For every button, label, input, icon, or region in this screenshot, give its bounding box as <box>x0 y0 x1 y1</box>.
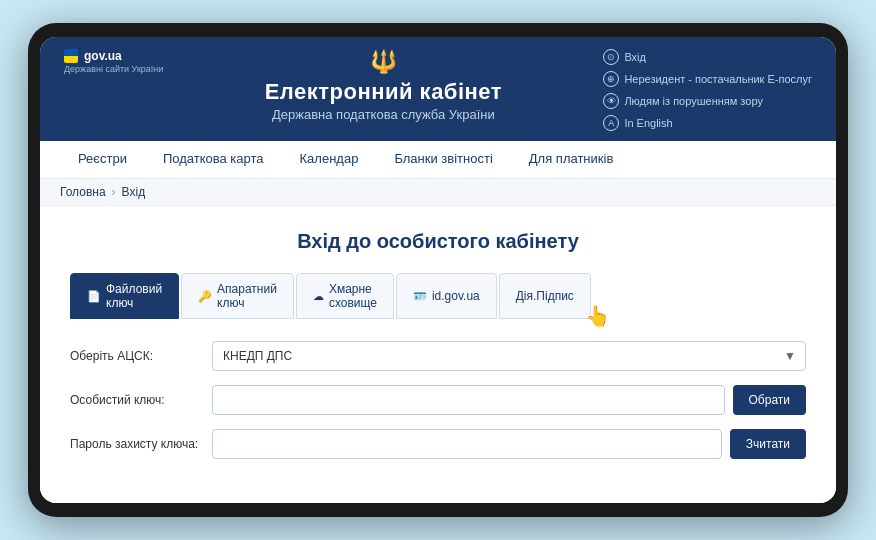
english-label: In English <box>624 117 672 129</box>
read-button[interactable]: Зчитати <box>730 429 806 459</box>
tab-cloud[interactable]: ☁ Хмарнесховище <box>296 273 394 319</box>
nav-forms[interactable]: Бланки звітності <box>376 141 510 178</box>
lang-icon: A <box>603 115 619 131</box>
gov-logo: gov.ua <box>64 49 163 63</box>
file-icon: 📄 <box>87 290 101 303</box>
nav-tax-map[interactable]: Податкова карта <box>145 141 282 178</box>
tab-idgov-label: id.gov.ua <box>432 289 480 303</box>
tab-cloud-label: Хмарнесховище <box>329 282 377 310</box>
tab-hardware-key[interactable]: 🔑 Апаратнийключ <box>181 273 294 319</box>
vision-link[interactable]: 👁 Людям із порушенням зору <box>603 93 763 109</box>
choose-button[interactable]: Обрати <box>733 385 807 415</box>
nonresident-label: Нерезидент - постачальник Е-послуг <box>624 73 812 85</box>
breadcrumb-current: Вхід <box>122 185 146 199</box>
screen: gov.ua Державні сайти України 🔱 Електрон… <box>40 37 836 503</box>
english-link[interactable]: A In English <box>603 115 672 131</box>
globe-icon: ⊕ <box>603 71 619 87</box>
login-label: Вхід <box>624 51 646 63</box>
tablet-frame: gov.ua Державні сайти України 🔱 Електрон… <box>28 23 848 517</box>
acsk-row: Оберіть АЦСК: КНЕДП ДПС Приватбанк АЦСК … <box>70 341 806 371</box>
header: gov.ua Державні сайти України 🔱 Електрон… <box>40 37 836 141</box>
acsk-select[interactable]: КНЕДП ДПС Приватбанк АЦСК ІДД ДПС <box>212 341 806 371</box>
password-input-group: Зчитати <box>212 429 806 459</box>
trident-icon: 🔱 <box>183 49 583 75</box>
tab-idgov[interactable]: 🪪 id.gov.ua <box>396 273 497 319</box>
tab-file-key-label: Файловийключ <box>106 282 162 310</box>
cloud-icon: ☁ <box>313 290 324 303</box>
id-icon: 🪪 <box>413 290 427 303</box>
acsk-select-wrapper: КНЕДП ДПС Приватбанк АЦСК ІДД ДПС ▼ <box>212 341 806 371</box>
tab-hardware-label: Апаратнийключ <box>217 282 277 310</box>
breadcrumb-sep: › <box>112 185 116 199</box>
personal-key-input[interactable] <box>212 385 725 415</box>
nav-taxpayers[interactable]: Для платників <box>511 141 632 178</box>
password-input[interactable] <box>212 429 722 459</box>
nav-registries[interactable]: Реєстри <box>60 141 145 178</box>
gov-tagline: Державні сайти України <box>64 64 163 74</box>
header-right: ⊙ Вхід ⊕ Нерезидент - постачальник Е-пос… <box>603 49 812 131</box>
personal-key-row: Особистий ключ: Обрати <box>70 385 806 415</box>
login-tabs: 📄 Файловийключ 🔑 Апаратнийключ ☁ Хмарнес… <box>70 273 806 319</box>
page-title: Вхід до особистого кабінету <box>70 230 806 253</box>
password-row: Пароль захисту ключа: Зчитати <box>70 429 806 459</box>
personal-key-input-group: Обрати <box>212 385 806 415</box>
tab-file-key[interactable]: 📄 Файловийключ <box>70 273 179 319</box>
cursor-icon: 👆 <box>585 304 610 328</box>
eye-icon: 👁 <box>603 93 619 109</box>
login-link[interactable]: ⊙ Вхід <box>603 49 646 65</box>
header-subtitle: Державна податкова служба України <box>183 107 583 122</box>
logo-area: gov.ua Державні сайти України <box>64 49 163 74</box>
password-label: Пароль захисту ключа: <box>70 437 200 451</box>
gov-site: gov.ua <box>84 49 122 63</box>
nav-calendar[interactable]: Календар <box>282 141 377 178</box>
personal-key-label: Особистий ключ: <box>70 393 200 407</box>
flag-icon <box>64 49 78 63</box>
header-title: Електронний кабінет <box>183 79 583 105</box>
main-nav: Реєстри Податкова карта Календар Бланки … <box>40 141 836 179</box>
header-center: 🔱 Електронний кабінет Державна податкова… <box>163 49 603 122</box>
tab-diya-label: Дія.Підпис <box>516 289 574 303</box>
vision-label: Людям із порушенням зору <box>624 95 763 107</box>
key-icon: 🔑 <box>198 290 212 303</box>
tab-diya[interactable]: Дія.Підпис 👆 <box>499 273 591 319</box>
breadcrumb: Головна › Вхід <box>40 179 836 206</box>
breadcrumb-home[interactable]: Головна <box>60 185 106 199</box>
nonresident-link[interactable]: ⊕ Нерезидент - постачальник Е-послуг <box>603 71 812 87</box>
acsk-label: Оберіть АЦСК: <box>70 349 200 363</box>
main-content: Вхід до особистого кабінету 📄 Файловийкл… <box>40 206 836 503</box>
person-icon: ⊙ <box>603 49 619 65</box>
